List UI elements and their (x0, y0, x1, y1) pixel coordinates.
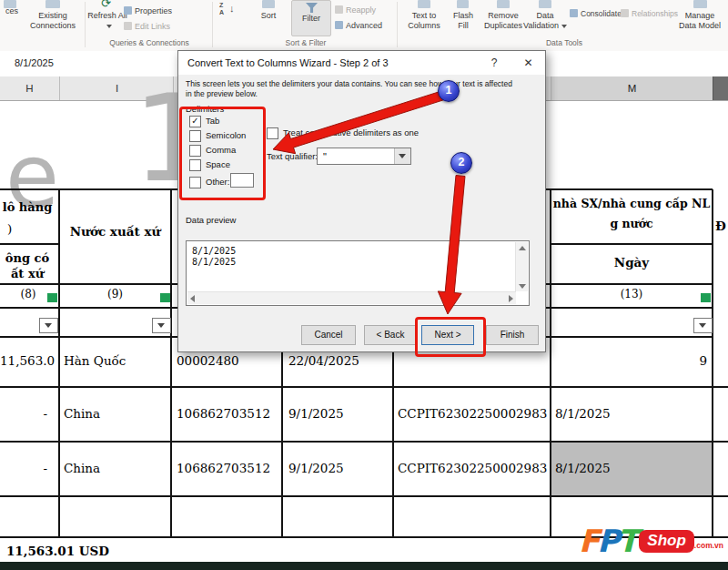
cancel-button[interactable]: Cancel (301, 325, 356, 345)
cell-r1-n[interactable]: 9 (551, 353, 707, 368)
text-qualifier-combobox[interactable]: " (317, 148, 411, 165)
back-button[interactable]: < Back (364, 325, 417, 345)
header-cell-m-line2: g nước (552, 217, 711, 230)
dialog-help-button[interactable]: ? (479, 51, 510, 75)
annotation-highlight-delimiters (179, 107, 266, 200)
annotation-step-2-badge: 2 (450, 152, 472, 174)
cell-r2-cert[interactable]: CCPIT62302250002983 (398, 406, 547, 421)
logo-letter-p: P (597, 523, 617, 559)
header-cell-m-ngay: Ngày (552, 255, 711, 270)
header-cell-i-number: (9) (61, 288, 169, 300)
cell-r3-date2[interactable]: 8/1/2025 (555, 461, 611, 475)
preview-line: 8/1/2025 (192, 257, 236, 267)
cell-r3-code[interactable]: 106862703512 (177, 461, 270, 475)
cell-r3-country[interactable]: China (64, 461, 100, 475)
header-cell-h-line1: lô hàng (0, 200, 55, 214)
logo-shop-badge: Shop (639, 530, 694, 553)
data-preview-label: Data preview (186, 215, 236, 225)
scroll-down-button[interactable] (516, 280, 528, 291)
text-to-columns-wizard-dialog: Convert Text to Columns Wizard - Step 2 … (177, 50, 546, 352)
scroll-right-button[interactable] (504, 292, 516, 304)
dialog-titlebar[interactable]: Convert Text to Columns Wizard - Step 2 … (178, 51, 545, 75)
finish-button[interactable]: Finish (486, 325, 539, 345)
text-qualifier-label: Text qualifier: (267, 151, 318, 161)
cell-r1-code[interactable]: 00002480 (177, 353, 239, 368)
data-preview-box[interactable]: 8/1/2025 8/1/2025 (186, 240, 530, 306)
cell-r2-country[interactable]: China (64, 406, 100, 421)
annotation-highlight-next-button (415, 317, 486, 357)
cell-r2-date[interactable]: 9/1/2025 (288, 406, 344, 421)
combobox-dropdown-button[interactable] (394, 148, 410, 164)
autofilter-dropdown-i[interactable] (152, 318, 171, 333)
treat-consecutive-checkbox[interactable]: Treat consecutive delimiters as one (267, 127, 419, 139)
excel-window: ces Existing Connections ⟳ Refresh All P… (0, 0, 728, 570)
cell-r1-date[interactable]: 22/04/2025 (288, 353, 359, 368)
header-cell-m-line1: nhà SX/nhà cung cấp NL (552, 197, 711, 210)
header-cell-i-title: Nước xuất xứ (61, 224, 169, 239)
cell-r2-qty[interactable]: - (0, 406, 47, 421)
scroll-up-button[interactable] (516, 242, 528, 254)
header-cell-h-line4: ất xứ (0, 267, 55, 280)
dialog-title: Convert Text to Columns Wizard - Step 2 … (187, 51, 389, 75)
header-cell-m-number: (13) (552, 288, 711, 300)
checkbox-label: Treat consecutive delimiters as one (283, 127, 419, 137)
right-arrow-icon (509, 295, 513, 302)
cell-total[interactable]: 11,563.01 USD (0, 544, 109, 558)
logo-letter-t: T (617, 523, 635, 559)
autofilter-dropdown-m[interactable] (693, 318, 713, 333)
cell-r1-country[interactable]: Hàn Quốc (64, 353, 126, 368)
status-bar (0, 562, 728, 570)
filled-cell-marker (47, 293, 57, 302)
cell-r2-date2[interactable]: 8/1/2025 (555, 406, 611, 421)
dialog-intro-line2: in the preview below. (186, 89, 258, 98)
autofilter-dropdown-h[interactable] (39, 318, 58, 333)
scroll-left-button[interactable] (187, 292, 199, 304)
cell-r1-qty[interactable]: 11,563.0 (0, 353, 53, 368)
down-arrow-icon (519, 284, 526, 289)
filled-cell-marker (701, 293, 711, 302)
preview-horizontal-scrollbar[interactable] (187, 291, 516, 304)
cell-r2-code[interactable]: 106862703512 (177, 406, 270, 421)
preview-vertical-scrollbar[interactable] (515, 242, 528, 291)
checkbox[interactable] (267, 127, 278, 139)
left-arrow-icon (190, 295, 195, 302)
dialog-intro-line1: This screen lets you set the delimiters … (186, 79, 512, 88)
logo-letter-f: F (579, 523, 597, 559)
header-cell-h-line2: ) (7, 221, 12, 236)
header-cell-n-fragment: Đ (715, 219, 726, 233)
cell-r3-qty[interactable]: - (0, 461, 47, 475)
dialog-close-button[interactable]: ✕ (511, 51, 545, 75)
preview-line: 8/1/2025 (192, 246, 236, 256)
text-qualifier-value: " (323, 151, 327, 162)
cell-r3-cert[interactable]: CCPIT62302250002983 (398, 461, 547, 475)
cell-r3-date[interactable]: 9/1/2025 (288, 461, 344, 475)
fptshop-logo: FPTShop.com.vn (579, 523, 723, 559)
annotation-step-1-badge: 1 (438, 80, 460, 102)
logo-domain-text: .com.vn (694, 541, 723, 550)
header-cell-h-line3: ông có (0, 251, 55, 265)
up-arrow-icon (519, 246, 526, 250)
filled-cell-marker (160, 293, 170, 302)
